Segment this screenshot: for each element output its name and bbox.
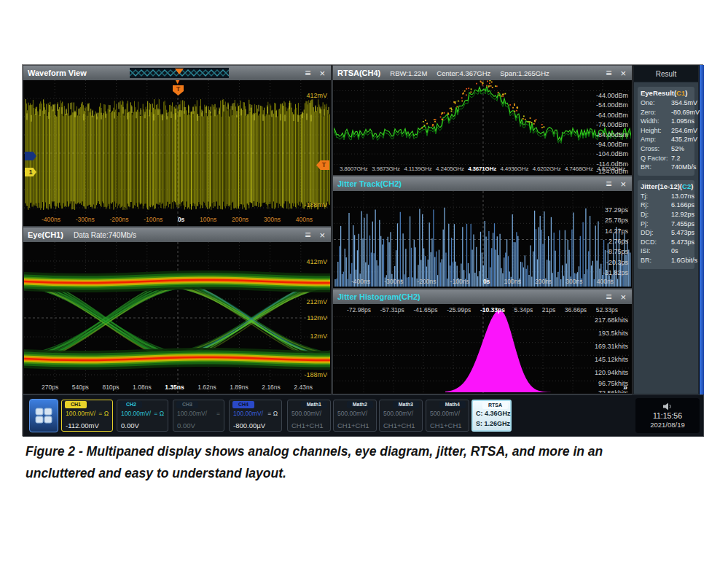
- result-row: Width:1.095ns: [641, 117, 692, 126]
- y-axis-label: 2.76ps: [608, 238, 628, 245]
- caption-line-1: Figure 2 - Multipaned display shows anal…: [26, 440, 689, 462]
- waveform-plot-area[interactable]: ▼ T 1 T 412mV -188mV -400ns -300ns -200n…: [24, 80, 330, 225]
- x-tick: 1.89ns: [230, 384, 248, 391]
- eye-plot-area[interactable]: 412mV 212mV 112mV 12mV -188mV 270ps 540p…: [24, 242, 330, 393]
- close-icon[interactable]: ×: [319, 230, 325, 240]
- x-tick: 270ps: [42, 384, 58, 391]
- y-axis-label: 212mV: [306, 298, 327, 306]
- y-axis-label: 412mV: [306, 258, 327, 265]
- hamburger-menu-icon[interactable]: ≡: [606, 292, 611, 302]
- sidebar-scrollbar[interactable]: [700, 65, 704, 394]
- close-icon[interactable]: ×: [319, 69, 325, 78]
- result-row: DDj:5.473ps: [641, 228, 692, 238]
- x-tick: 0s: [483, 278, 490, 285]
- channel-badge-ch4[interactable]: CH4 100.00mV/= Ω -800.00µV: [229, 400, 282, 432]
- jitter-histogram-header[interactable]: Jitter Histogram(CH2) ≡ ×: [333, 289, 632, 304]
- jitter-track-header[interactable]: Jitter Track(CH2) ≡ ×: [333, 176, 632, 191]
- eye-result-block[interactable]: EyeResult(C1) One:354.5mV Zero:-80.69mV …: [638, 87, 694, 176]
- hamburger-menu-icon[interactable]: ≡: [606, 68, 611, 78]
- y-axis-label: 412mV: [306, 92, 327, 99]
- close-icon[interactable]: ×: [620, 179, 626, 189]
- waveform-x-axis: -400ns -300ns -200ns -100ns 0s 100ns 200…: [24, 216, 330, 223]
- coupling-icons: = Ω: [98, 410, 109, 417]
- x-tick: -100ns: [144, 216, 163, 223]
- channel-badge-ch3[interactable]: CH3 100.00mV/= 0.00V: [173, 400, 224, 432]
- x-tick: -400ns: [42, 216, 60, 223]
- hamburger-menu-icon[interactable]: ≡: [606, 179, 611, 189]
- jitter-track-plot-area[interactable]: 37.29ps 25.78ps 14.27ps 2.76ps -8.75ps -…: [334, 191, 631, 287]
- x-tick: 300ns: [264, 216, 281, 223]
- math-badge-math1[interactable]: Math1 500.00mV/ CH1+CH1: [287, 400, 331, 432]
- x-tick: 2.43ns: [294, 384, 313, 391]
- y-axis-label: -104.0dBm: [596, 150, 628, 157]
- x-tick: 400ns: [597, 278, 614, 285]
- channel-badge-ch1[interactable]: CH1 100.00mV/= Ω -112.00mV: [61, 400, 113, 432]
- x-tick: 4.4936GHz: [501, 166, 529, 172]
- x-tick: 540ps: [72, 384, 89, 391]
- rtsa-plot-area[interactable]: -44.00dBm -54.00dBm -64.00dBm -74.00dBm …: [334, 80, 631, 174]
- y-axis-label: -64.00dBm: [596, 112, 628, 119]
- rtsa-rbw: RBW:1.22M: [390, 69, 427, 77]
- x-tick: -100ns: [450, 278, 469, 285]
- rtsa-span: Span:1.265GHz: [500, 69, 549, 77]
- y-axis-label: 112mV: [307, 314, 327, 322]
- channel-tab: CH2: [120, 401, 142, 408]
- close-icon[interactable]: ×: [620, 69, 626, 78]
- jitter-track-title: Jitter Track(CH2): [337, 179, 402, 188]
- clock-widget[interactable]: 11:15:56 2021/08/19: [635, 398, 700, 433]
- close-icon[interactable]: ×: [620, 292, 626, 302]
- coupling-icons: = Ω: [267, 410, 278, 417]
- x-tick: 400ns: [296, 216, 313, 223]
- clock-time: 11:15:56: [653, 411, 682, 420]
- y-axis-label: 145.12khits: [595, 356, 628, 363]
- result-sidebar-title: Result: [634, 66, 698, 82]
- expand-grip-icon[interactable]: »: [623, 383, 627, 392]
- result-row: Zero:-80.69mV: [641, 108, 692, 117]
- y-axis-label: -84.00dBm: [596, 131, 628, 139]
- channel-tab: CH1: [65, 401, 87, 408]
- y-axis-label: 193.5khits: [598, 330, 628, 337]
- x-tick: -400ns: [351, 278, 370, 285]
- waveform-panel-title: Waveform View: [28, 69, 87, 77]
- y-axis-label: -188mV: [304, 201, 327, 209]
- jitter-result-block[interactable]: Jitter(1e-12)(C2) Tj:13.07ns Rj:6.166ps …: [638, 180, 694, 269]
- home-menu-button[interactable]: [29, 399, 58, 432]
- waveform-panel-header[interactable]: Waveform View ≡ ×: [23, 66, 331, 80]
- jitter-histogram-trace: [334, 304, 631, 393]
- y-axis-label: -31.82ps: [603, 269, 628, 276]
- jitter-histogram-panel: Jitter Histogram(CH2) ≡ × -72.98ps -57.3…: [332, 289, 633, 394]
- hamburger-menu-icon[interactable]: ≡: [305, 68, 310, 78]
- math-badge-math3[interactable]: Math3 500.00mV/ CH1+CH1: [379, 400, 423, 432]
- result-row: Q Factor:7.2: [641, 154, 692, 163]
- x-tick: 4.7468GHz: [565, 166, 593, 172]
- eye-diagram-panel: Eye(CH1) Data Rate:740Mb/s ≡ × 412mV 212…: [23, 227, 332, 394]
- x-tick: -57.31ps: [380, 306, 404, 314]
- channel-badge-ch2[interactable]: CH2 100.00mV/= Ω 0.00V: [117, 400, 168, 432]
- jitter-histogram-plot-area[interactable]: -72.98ps -57.31ps -41.65ps -25.99ps -10.…: [334, 304, 631, 393]
- x-tick: 2.16ns: [262, 384, 281, 391]
- math-tab: Math2: [347, 401, 373, 408]
- rtsa-x-axis: 3.8607GHz 3.9873GHz 4.1139GHz 4.2405GHz …: [334, 166, 631, 172]
- eye-panel-header[interactable]: Eye(CH1) Data Rate:740Mb/s ≡ ×: [23, 227, 331, 242]
- hamburger-menu-icon[interactable]: ≡: [305, 230, 310, 240]
- result-row: One:354.5mV: [641, 98, 692, 108]
- x-tick: -300ns: [384, 278, 403, 285]
- bottom-bar: CH1 100.00mV/= Ω -112.00mV CH2 100.00mV/…: [23, 394, 704, 437]
- x-tick: 100ns: [200, 216, 216, 223]
- y-axis-label: 120.94khits: [595, 369, 628, 376]
- x-tick: 4.8734GHz: [597, 166, 625, 172]
- rtsa-badge[interactable]: RTSA C: 4.36GHz S: 1.26GHz: [471, 400, 512, 432]
- x-tick: 52.33ps: [596, 306, 618, 314]
- y-axis-label: -20.3ps: [606, 259, 628, 266]
- math-badge-math4[interactable]: Math4 500.00mV/ CH1+CH1: [426, 400, 469, 432]
- eye-result-heading: EyeResult(C1): [641, 89, 692, 97]
- speaker-icon: [662, 402, 673, 411]
- x-tick: 1.62ns: [197, 384, 216, 391]
- x-tick: 1.35ns: [165, 384, 184, 391]
- acquisition-overview-widget[interactable]: [130, 68, 229, 78]
- result-row: BR:740Mb/s: [641, 163, 692, 172]
- math-badge-math2[interactable]: Math2 500.00mV/ CH1+CH1: [333, 400, 377, 432]
- rtsa-panel-header[interactable]: RTSA(CH4) RBW:1.22M Center:4.367GHz Span…: [333, 66, 632, 80]
- coupling-icons: = Ω: [154, 410, 164, 417]
- x-tick: 4.2405GHz: [436, 166, 464, 172]
